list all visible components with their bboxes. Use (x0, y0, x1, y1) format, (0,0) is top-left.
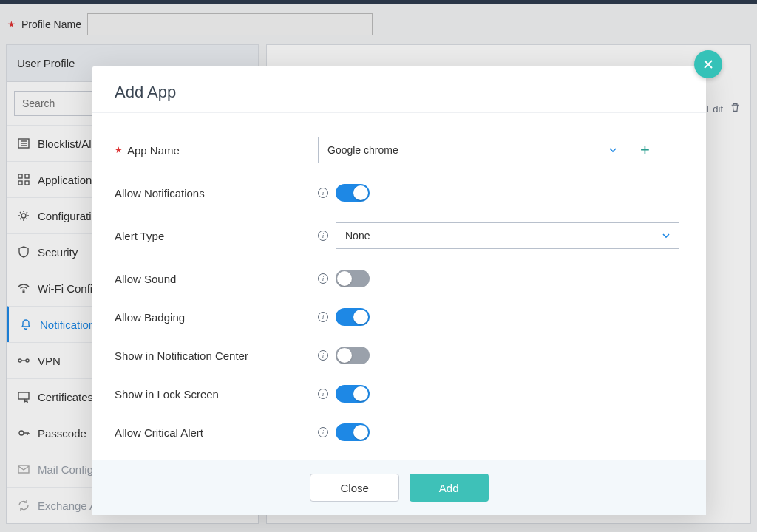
close-icon[interactable] (694, 50, 722, 78)
allow-notifications-toggle[interactable] (336, 184, 370, 202)
alert-type-select[interactable]: None (336, 222, 679, 249)
show-in-lock-toggle[interactable] (336, 385, 370, 403)
show-in-lock-label: Show in Lock Screen (115, 388, 219, 400)
allow-critical-row: Allow Critical Alert i (115, 413, 684, 451)
info-icon[interactable]: i (318, 273, 328, 284)
modal-footer: Close Add (92, 460, 706, 515)
info-icon[interactable]: i (318, 350, 328, 361)
allow-notifications-row: Allow Notifications i (115, 174, 684, 212)
allow-critical-label: Allow Critical Alert (115, 426, 203, 439)
close-button[interactable]: Close (310, 474, 398, 502)
app-name-select[interactable]: Google chrome (318, 137, 625, 163)
chevron-down-icon (600, 137, 625, 163)
info-icon[interactable]: i (318, 312, 328, 322)
allow-badging-label: Allow Badging (115, 311, 185, 324)
allow-sound-row: Allow Sound i (115, 259, 684, 298)
info-icon[interactable]: i (318, 389, 328, 399)
modal-title: Add App (92, 66, 706, 113)
app-name-value: Google chrome (327, 144, 398, 156)
allow-sound-label: Allow Sound (115, 273, 176, 285)
show-in-lock-row: Show in Lock Screen i (115, 375, 684, 413)
chevron-down-icon (654, 223, 679, 248)
show-in-nc-row: Show in Notification Center i (115, 336, 684, 375)
allow-critical-toggle[interactable] (336, 423, 370, 441)
info-icon[interactable]: i (318, 231, 328, 241)
allow-badging-row: Allow Badging i (115, 298, 684, 336)
info-icon[interactable]: i (318, 427, 328, 437)
allow-badging-toggle[interactable] (336, 308, 370, 326)
add-button[interactable]: Add (410, 474, 489, 502)
app-name-row: ★ App Name Google chrome + (115, 126, 684, 174)
allow-sound-toggle[interactable] (336, 270, 370, 287)
app-name-label: App Name (127, 144, 180, 157)
add-app-plus-button[interactable]: + (640, 140, 650, 160)
show-in-nc-label: Show in Notification Center (115, 349, 248, 362)
add-app-modal: Add App ★ App Name Google chrome + Allow… (92, 66, 706, 515)
allow-notifications-label: Allow Notifications (115, 187, 205, 200)
alert-type-row: Alert Type i None (115, 212, 684, 259)
alert-type-label: Alert Type (115, 230, 164, 242)
alert-type-value: None (345, 230, 370, 242)
info-icon[interactable]: i (318, 188, 328, 198)
required-star-icon: ★ (115, 145, 123, 155)
show-in-nc-toggle[interactable] (336, 347, 370, 364)
